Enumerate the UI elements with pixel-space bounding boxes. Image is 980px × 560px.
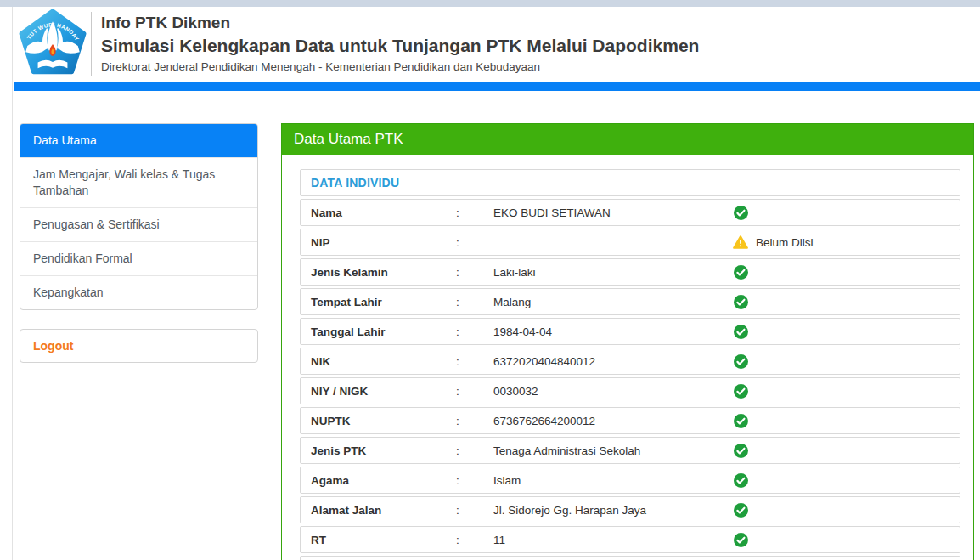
warning-icon: [733, 235, 748, 250]
row-status: [729, 205, 748, 220]
sidebar-item-kepangkatan[interactable]: Kepangkatan: [20, 275, 257, 309]
row-value: 6736762664200012: [493, 415, 729, 427]
sidebar-menu: Data UtamaJam Mengajar, Wali kelas & Tug…: [20, 123, 258, 310]
check-icon: [733, 264, 748, 280]
data-row: NIK:6372020404840012: [300, 348, 960, 375]
panel-title: Data Utama PTK: [282, 124, 973, 155]
row-label: NIP: [301, 236, 456, 249]
top-strip: [0, 0, 980, 7]
check-icon: [733, 502, 748, 518]
row-value: EKO BUDI SETIAWAN: [493, 206, 729, 219]
row-label: Jenis Kelamin: [301, 266, 456, 279]
row-value: 6372020404840012: [493, 355, 729, 368]
data-row: Nama:EKO BUDI SETIAWAN: [300, 199, 960, 226]
panel-body: DATA INDIVIDU Nama:EKO BUDI SETIAWANNIP:…: [282, 155, 973, 560]
logout-button[interactable]: Logout: [20, 330, 257, 362]
row-value: 11: [493, 534, 729, 546]
row-label: Alamat Jalan: [301, 504, 456, 517]
row-colon: :: [456, 206, 493, 219]
sidebar: Data UtamaJam Mengajar, Wali kelas & Tug…: [20, 123, 258, 363]
data-row: Agama:Islam: [300, 467, 960, 494]
row-label: NUPTK: [301, 415, 456, 427]
logout-box: Logout: [20, 329, 258, 363]
row-label: NIY / NIGK: [301, 385, 456, 398]
data-row: Tanggal Lahir:1984-04-04: [300, 318, 960, 345]
row-colon: :: [456, 355, 493, 368]
page-header: TUT WURI HANDAYANI Info PTK Dikmen Simul…: [13, 7, 980, 82]
check-icon: [733, 354, 748, 369]
row-value: Laki-laki: [493, 266, 729, 279]
row-colon: :: [456, 415, 493, 427]
check-icon: [733, 472, 748, 488]
ministry-logo: TUT WURI HANDAYANI: [18, 9, 87, 79]
row-label: Agama: [301, 474, 456, 487]
row-status: [729, 413, 748, 428]
page-wrapper: TUT WURI HANDAYANI Info PTK Dikmen Simul…: [12, 7, 980, 560]
row-colon: :: [456, 474, 493, 487]
row-value: 0030032: [493, 385, 729, 398]
row-value: Jl. Sidorejo Gg. Harapan Jaya: [493, 504, 729, 517]
row-colon: :: [456, 236, 493, 249]
page-subtitle: Simulasi Kelengkapan Data untuk Tunjanga…: [101, 35, 699, 57]
row-label: NIK: [301, 355, 456, 368]
sidebar-item-pendidikan-formal[interactable]: Pendidikan Formal: [20, 241, 257, 275]
row-colon: :: [456, 385, 493, 398]
row-value: 1984-04-04: [493, 325, 729, 338]
data-row: NIP:Belum Diisi: [300, 229, 960, 256]
row-status: [729, 324, 748, 339]
row-status: [729, 443, 748, 458]
sidebar-item-jam-mengajar-wali-kelas-tugas-tambahan[interactable]: Jam Mengajar, Wali kelas & Tugas Tambaha…: [20, 157, 257, 207]
check-icon: [733, 383, 748, 399]
check-icon: [733, 532, 748, 547]
row-status: [729, 532, 748, 547]
data-row: RW:2: [300, 556, 960, 560]
row-value: Malang: [493, 296, 729, 308]
row-label: Jenis PTK: [301, 444, 456, 457]
check-icon: [733, 324, 748, 339]
row-status: [729, 294, 748, 309]
data-row: NIY / NIGK:0030032: [300, 377, 960, 404]
row-status: Belum Diisi: [729, 235, 814, 250]
page-title: Info PTK Dikmen: [101, 13, 699, 33]
row-colon: :: [456, 504, 493, 517]
row-colon: :: [456, 325, 493, 338]
data-row: Alamat Jalan:Jl. Sidorejo Gg. Harapan Ja…: [300, 496, 960, 523]
row-colon: :: [456, 444, 493, 457]
row-colon: :: [456, 534, 493, 546]
accent-bar: [14, 82, 980, 91]
row-status: [729, 264, 748, 280]
row-value: Tenaga Administrasi Sekolah: [493, 444, 729, 457]
data-row: Tempat Lahir:Malang: [300, 288, 960, 315]
row-label: Tanggal Lahir: [301, 325, 456, 338]
status-text: Belum Diisi: [756, 236, 814, 249]
sidebar-item-penugasan-sertifikasi[interactable]: Penugasan & Sertifikasi: [20, 207, 257, 241]
check-icon: [733, 205, 748, 220]
data-row: NUPTK:6736762664200012: [300, 407, 960, 434]
page-department: Direktorat Jenderal Pendidikan Menengah …: [101, 60, 699, 73]
row-colon: :: [456, 266, 493, 279]
section-title: DATA INDIVIDU: [300, 169, 960, 196]
check-icon: [733, 443, 748, 458]
data-row: RT:11: [300, 526, 960, 553]
row-status: [729, 354, 748, 369]
header-divider: [91, 12, 92, 76]
row-status: [729, 472, 748, 488]
main-panel: Data Utama PTK DATA INDIVIDU Nama:EKO BU…: [281, 123, 974, 560]
row-label: RT: [301, 534, 456, 546]
row-status: [729, 502, 748, 518]
check-icon: [733, 413, 748, 428]
data-row: Jenis Kelamin:Laki-laki: [300, 258, 960, 286]
row-colon: :: [456, 296, 493, 308]
data-table: Nama:EKO BUDI SETIAWANNIP:Belum DiisiJen…: [300, 199, 960, 560]
row-label: Nama: [301, 206, 456, 219]
check-icon: [733, 294, 748, 309]
row-value: Islam: [493, 474, 729, 487]
data-row: Jenis PTK:Tenaga Administrasi Sekolah: [300, 437, 960, 464]
sidebar-item-data-utama[interactable]: Data Utama: [20, 124, 257, 157]
row-label: Tempat Lahir: [301, 296, 456, 308]
row-status: [729, 383, 748, 399]
